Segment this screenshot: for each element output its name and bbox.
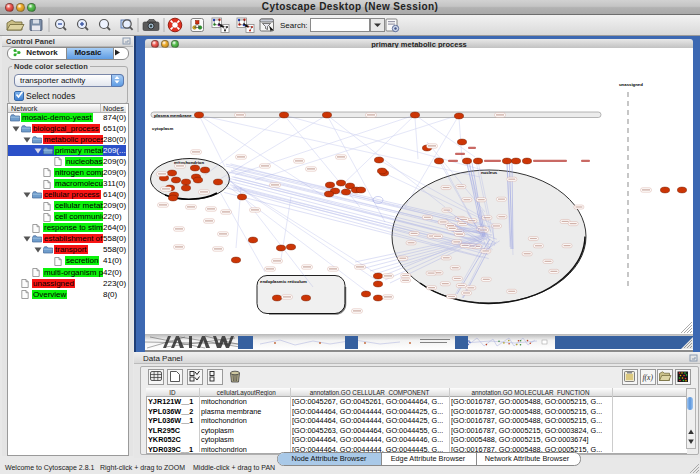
svg-text:cytoplasm: cytoplasm [152, 126, 173, 131]
svg-text:unassigned: unassigned [619, 82, 643, 87]
svg-text:plasma membrane: plasma membrane [154, 113, 192, 118]
svg-text:Search:: Search: [280, 21, 308, 30]
svg-text:endoplasmic reticulum: endoplasmic reticulum [260, 279, 307, 284]
svg-text:f(x): f(x) [642, 373, 653, 382]
